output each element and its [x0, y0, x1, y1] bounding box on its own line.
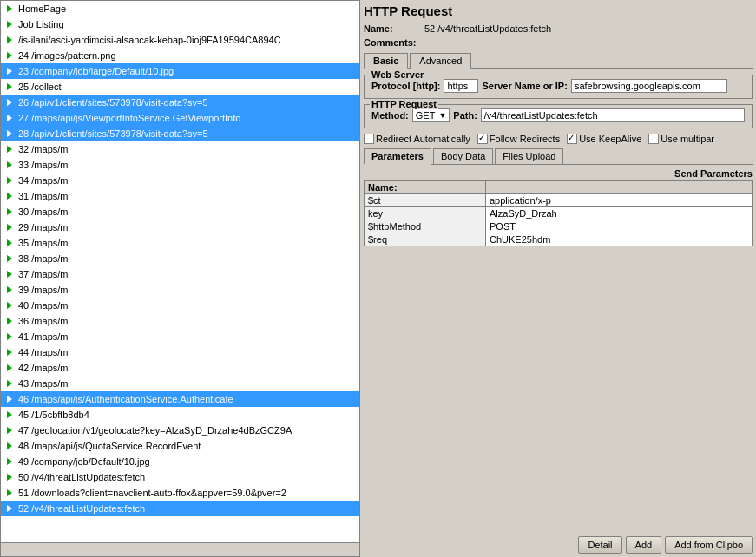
- list-item-text: 23 /company/job/large/Default/10.jpg: [18, 66, 174, 76]
- arrow-icon: [3, 455, 16, 468]
- tab-advanced[interactable]: Advanced: [410, 53, 471, 69]
- list-item[interactable]: 52 /v4/threatListUpdates:fetch: [1, 501, 359, 516]
- list-item[interactable]: Job Listing: [1, 16, 359, 32]
- list-item[interactable]: 38 /maps/m: [1, 251, 359, 266]
- list-item-text: 28 /api/v1/client/sites/573978/visit-dat…: [18, 128, 208, 139]
- list-item[interactable]: 36 /maps/m: [1, 313, 359, 329]
- arrow-icon: [3, 487, 16, 499]
- list-item[interactable]: 39 /maps/m: [1, 282, 359, 298]
- list-item-text: 29 /maps/m: [18, 222, 68, 233]
- list-item[interactable]: 46 /maps/api/js/AuthenticationService.Au…: [1, 391, 359, 407]
- list-item-text: 51 /downloads?client=navclient-auto-ffox…: [18, 488, 286, 498]
- request-list[interactable]: HomePageJob Listing/is-ilani/asci-yardim…: [1, 1, 359, 542]
- method-path-row: Method: GET ▼ Path: /v4/threatListUpdate…: [371, 108, 745, 122]
- add-from-clipboard-button[interactable]: Add from Clipbo: [665, 536, 753, 554]
- list-item-text: 38 /maps/m: [18, 253, 68, 264]
- list-item[interactable]: 40 /maps/m: [1, 298, 359, 313]
- arrow-icon: [3, 3, 16, 15]
- param-row: $httpMethodPOST: [365, 220, 753, 233]
- list-item[interactable]: HomePage: [1, 1, 359, 16]
- panel-title: HTTP Request: [364, 3, 753, 18]
- arrow-icon: [3, 206, 16, 218]
- list-item[interactable]: 29 /maps/m: [1, 220, 359, 235]
- list-item[interactable]: 49 /company/job/Default/10.jpg: [1, 454, 359, 469]
- arrow-icon: [3, 393, 16, 405]
- list-item-text: 42 /maps/m: [18, 363, 68, 373]
- arrow-icon: [3, 424, 16, 436]
- tab-body-data[interactable]: Body Data: [433, 148, 493, 165]
- arrow-icon: [3, 346, 16, 358]
- list-item[interactable]: /is-ilani/asci-yardimcisi-alsancak-kebap…: [1, 32, 359, 48]
- list-item[interactable]: 31 /maps/m: [1, 188, 359, 204]
- list-item[interactable]: 26 /api/v1/client/sites/573978/visit-dat…: [1, 95, 359, 110]
- protocol-row: Protocol [http]: https Server Name or IP…: [371, 79, 745, 93]
- arrow-icon: [3, 471, 16, 483]
- tab-parameters[interactable]: Parameters: [364, 148, 431, 165]
- list-item-text: 45 /1/5cbffb8db4: [18, 410, 89, 420]
- list-item-text: 35 /maps/m: [18, 238, 68, 248]
- right-panel: HTTP Request Name: 52 /v4/threatListUpda…: [360, 0, 756, 557]
- arrow-icon: [3, 159, 16, 171]
- redirect-label: Redirect Automatically: [376, 134, 470, 144]
- list-item[interactable]: 47 /geolocation/v1/geolocate?key=AlzaSyD…: [1, 423, 359, 438]
- list-item[interactable]: 41 /maps/m: [1, 329, 359, 344]
- param-name: $req: [365, 233, 486, 246]
- method-label: Method:: [371, 110, 409, 121]
- list-item[interactable]: 30 /maps/m: [1, 204, 359, 220]
- keepalive-label: Use KeepAlive: [579, 134, 641, 144]
- list-item[interactable]: 28 /api/v1/client/sites/573978/visit-dat…: [1, 126, 359, 141]
- list-item[interactable]: 27 /maps/api/js/ViewportInfoService.GetV…: [1, 110, 359, 126]
- tab-files-upload[interactable]: Files Upload: [495, 148, 563, 165]
- use-keepalive-checkbox[interactable]: Use KeepAlive: [567, 134, 641, 144]
- web-server-label: Web Server: [370, 69, 425, 80]
- arrow-icon: [3, 18, 16, 30]
- list-item[interactable]: 51 /downloads?client=navclient-auto-ffox…: [1, 485, 359, 501]
- arrow-icon: [3, 81, 16, 93]
- list-item[interactable]: 44 /maps/m: [1, 344, 359, 360]
- param-name: key: [365, 207, 486, 220]
- follow-redirects-checkbox[interactable]: Follow Redirects: [477, 134, 560, 144]
- list-item[interactable]: 35 /maps/m: [1, 235, 359, 251]
- add-button[interactable]: Add: [626, 536, 662, 554]
- list-item[interactable]: 50 /v4/threatListUpdates:fetch: [1, 469, 359, 485]
- list-item[interactable]: 25 /collect: [1, 79, 359, 95]
- tab-basic[interactable]: Basic: [364, 53, 408, 69]
- http-request-label: HTTP Request: [370, 99, 438, 109]
- list-item-text: 31 /maps/m: [18, 191, 68, 201]
- list-item-text: 25 /collect: [18, 82, 62, 92]
- list-item[interactable]: 37 /maps/m: [1, 266, 359, 282]
- list-item[interactable]: 45 /1/5cbffb8db4: [1, 407, 359, 423]
- arrow-icon: [3, 34, 16, 46]
- list-item[interactable]: 43 /maps/m: [1, 376, 359, 391]
- horizontal-scrollbar[interactable]: [1, 542, 359, 556]
- arrow-icon: [3, 377, 16, 390]
- list-item[interactable]: 23 /company/job/large/Default/10.jpg: [1, 63, 359, 79]
- protocol-value: https: [444, 79, 478, 93]
- list-item-text: HomePage: [18, 3, 66, 14]
- list-item-text: 36 /maps/m: [18, 316, 68, 326]
- left-panel: HomePageJob Listing/is-ilani/asci-yardim…: [0, 0, 360, 557]
- param-row: $reqChUKE25hdm: [365, 233, 753, 246]
- arrow-icon: [3, 143, 16, 155]
- params-value-col-header: [486, 181, 753, 194]
- method-dropdown[interactable]: GET ▼: [412, 108, 450, 122]
- arrow-icon: [3, 268, 16, 280]
- use-multipart-checkbox[interactable]: Use multipar: [648, 134, 714, 144]
- follow-checkbox-box: [477, 134, 488, 144]
- detail-button[interactable]: Detail: [578, 536, 621, 554]
- list-item-text: 47 /geolocation/v1/geolocate?key=AlzaSyD…: [18, 425, 292, 436]
- list-item[interactable]: 42 /maps/m: [1, 360, 359, 376]
- list-item[interactable]: 33 /maps/m: [1, 157, 359, 173]
- path-label: Path:: [453, 110, 477, 121]
- list-item[interactable]: 24 /images/pattern.png: [1, 48, 359, 63]
- list-item[interactable]: 48 /maps/api/js/QuotaService.RecordEvent: [1, 438, 359, 454]
- list-item-text: 40 /maps/m: [18, 300, 68, 311]
- main-tab-bar: Basic Advanced: [364, 51, 753, 69]
- redirect-checkbox-box: [364, 134, 374, 144]
- list-item[interactable]: 34 /maps/m: [1, 173, 359, 188]
- redirect-automatically-checkbox[interactable]: Redirect Automatically: [364, 134, 470, 144]
- list-item[interactable]: 32 /maps/m: [1, 141, 359, 157]
- server-label: Server Name or IP:: [482, 81, 567, 91]
- arrow-icon: [3, 252, 16, 265]
- arrow-icon: [3, 174, 16, 187]
